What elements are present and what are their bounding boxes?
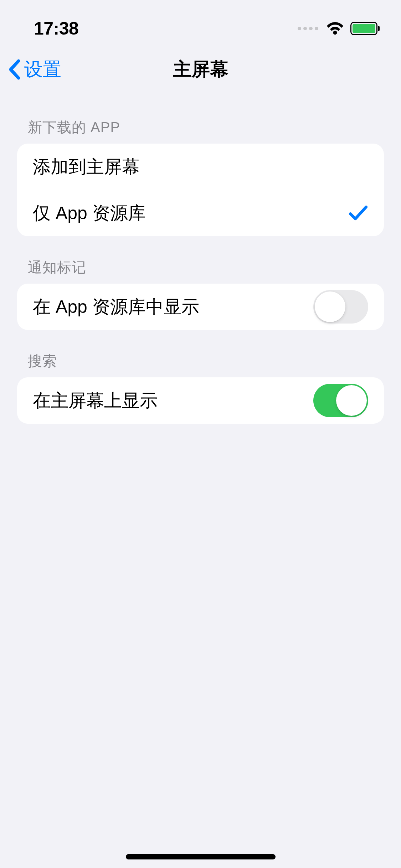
home-indicator[interactable] (126, 854, 276, 859)
row-show-in-app-library: 在 App 资源库中显示 (17, 284, 384, 330)
status-time: 17:38 (34, 18, 78, 39)
toggle-knob (336, 385, 367, 416)
status-bar: 17:38 (0, 0, 401, 46)
group-notification-badges: 在 App 资源库中显示 (17, 284, 384, 330)
nav-bar: 设置 主屏幕 (0, 46, 401, 93)
toggle-show-in-app-library[interactable] (313, 290, 368, 324)
option-app-library-only[interactable]: 仅 App 资源库 (17, 190, 384, 236)
row-label: 在 App 资源库中显示 (33, 295, 199, 319)
wifi-icon (326, 22, 344, 35)
section-header-new-downloads: 新下载的 APP (17, 93, 384, 144)
status-indicators (298, 22, 380, 35)
option-add-to-home[interactable]: 添加到主屏幕 (17, 144, 384, 190)
group-new-downloads: 添加到主屏幕 仅 App 资源库 (17, 144, 384, 236)
settings-content: 新下载的 APP 添加到主屏幕 仅 App 资源库 通知标记 在 App 资源库… (0, 93, 401, 424)
toggle-knob (315, 291, 345, 322)
row-label: 在主屏幕上显示 (33, 389, 158, 413)
section-header-search: 搜索 (17, 330, 384, 377)
group-search: 在主屏幕上显示 (17, 377, 384, 424)
back-label: 设置 (24, 57, 61, 82)
chevron-left-icon (8, 59, 21, 80)
cellular-signal-icon (298, 27, 318, 30)
checkmark-icon (348, 204, 368, 222)
battery-icon (350, 22, 380, 35)
option-label: 添加到主屏幕 (33, 155, 140, 179)
back-button[interactable]: 设置 (8, 57, 61, 82)
row-show-on-home: 在主屏幕上显示 (17, 377, 384, 424)
section-header-notification-badges: 通知标记 (17, 236, 384, 284)
toggle-show-on-home[interactable] (313, 384, 368, 417)
option-label: 仅 App 资源库 (33, 201, 146, 225)
